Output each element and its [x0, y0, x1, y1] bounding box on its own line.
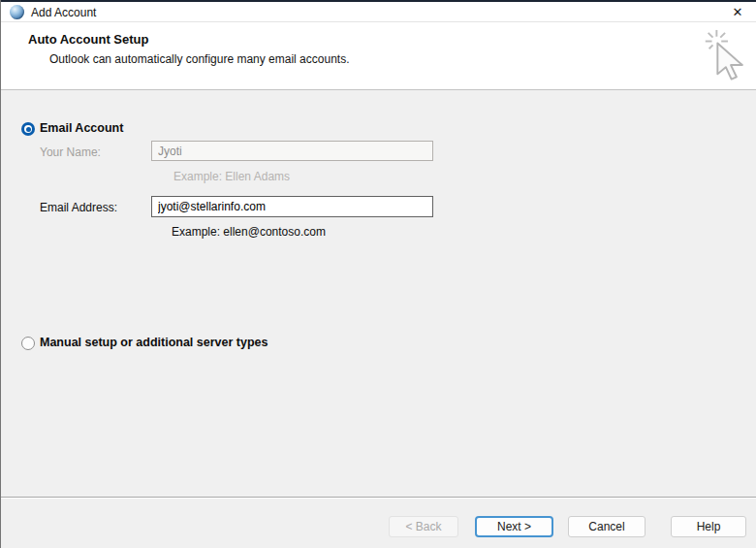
close-icon: ✕ — [733, 5, 743, 19]
email-address-label: Email Address: — [40, 201, 117, 214]
page-title: Auto Account Setup — [28, 32, 148, 47]
sparkle-cursor-icon — [704, 28, 750, 84]
titlebar: Add Account ✕ — [1, 2, 756, 22]
your-name-example: Example: Ellen Adams — [173, 170, 290, 183]
add-account-dialog: Add Account ✕ Auto Account Setup Outlook… — [0, 0, 756, 548]
your-name-label: Your Name: — [40, 145, 101, 159]
wizard-header: Auto Account Setup Outlook can automatic… — [1, 22, 756, 90]
your-name-input — [151, 141, 433, 161]
footer-divider — [1, 497, 756, 499]
email-account-radio-label[interactable]: Email Account — [40, 121, 123, 135]
window-title: Add Account — [31, 6, 96, 19]
page-subtitle: Outlook can automatically configure many… — [49, 52, 350, 66]
globe-icon — [10, 5, 24, 19]
email-account-radio[interactable] — [21, 122, 35, 136]
close-button[interactable]: ✕ — [724, 2, 751, 22]
back-button: < Back — [389, 516, 458, 537]
next-button[interactable]: Next > — [475, 516, 553, 537]
cancel-button[interactable]: Cancel — [568, 516, 646, 537]
manual-setup-radio[interactable] — [21, 337, 35, 350]
email-address-example: Example: ellen@contoso.com — [172, 225, 326, 239]
email-address-input[interactable] — [151, 196, 433, 217]
help-button[interactable]: Help — [671, 516, 746, 537]
manual-setup-radio-label[interactable]: Manual setup or additional server types — [40, 336, 268, 349]
